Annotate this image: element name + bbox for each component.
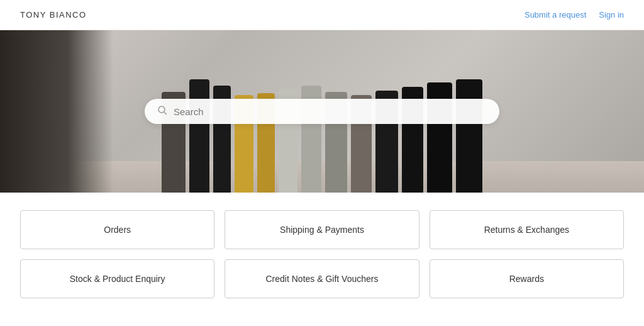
search-icon	[157, 105, 167, 118]
search-container	[145, 99, 499, 124]
header-nav: Submit a request Sign in	[525, 10, 624, 20]
submit-request-link[interactable]: Submit a request	[525, 10, 586, 20]
category-card-stock-product-enquiry[interactable]: Stock & Product Enquiry	[20, 259, 214, 298]
site-header: TONY BIANCO Submit a request Sign in	[0, 0, 644, 30]
search-input[interactable]	[174, 106, 487, 117]
category-card-credit-notes-gift-vouchers[interactable]: Credit Notes & Gift Vouchers	[225, 259, 419, 298]
category-card-shipping-payments[interactable]: Shipping & Payments	[225, 210, 419, 249]
category-label: Returns & Exchanges	[484, 225, 569, 235]
category-grid: Orders Shipping & Payments Returns & Exc…	[0, 193, 644, 311]
hero-banner	[0, 30, 644, 193]
shoe-silhouette	[456, 79, 482, 193]
brand-logo: TONY BIANCO	[20, 10, 87, 20]
category-card-returns-exchanges[interactable]: Returns & Exchanges	[430, 210, 624, 249]
category-label: Credit Notes & Gift Vouchers	[266, 274, 379, 284]
svg-line-1	[164, 112, 167, 115]
search-box	[145, 99, 499, 124]
category-card-orders[interactable]: Orders	[20, 210, 214, 249]
category-label: Orders	[104, 225, 131, 235]
category-label: Rewards	[509, 274, 544, 284]
left-shadow	[0, 30, 113, 193]
category-label: Stock & Product Enquiry	[70, 274, 165, 284]
category-card-rewards[interactable]: Rewards	[430, 259, 624, 298]
category-label: Shipping & Payments	[280, 225, 364, 235]
sign-in-link[interactable]: Sign in	[599, 10, 624, 20]
shoe-silhouette	[189, 79, 209, 193]
